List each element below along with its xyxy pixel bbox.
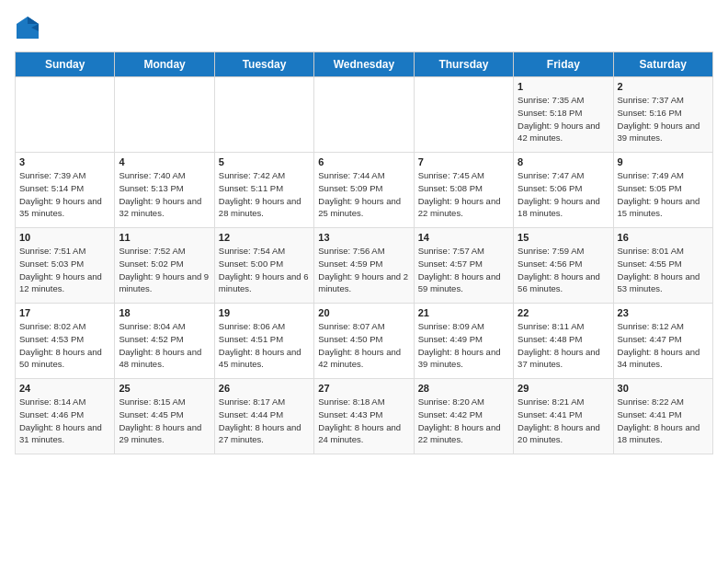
day-info: Sunrise: 7:47 AM Sunset: 5:06 PM Dayligh… <box>518 169 609 220</box>
calendar-cell: 10Sunrise: 7:51 AM Sunset: 5:03 PM Dayli… <box>16 228 115 304</box>
calendar-cell <box>414 77 513 153</box>
day-info: Sunrise: 7:40 AM Sunset: 5:13 PM Dayligh… <box>119 169 210 220</box>
calendar-week-4: 17Sunrise: 8:02 AM Sunset: 4:53 PM Dayli… <box>16 304 713 379</box>
calendar-cell: 6Sunrise: 7:44 AM Sunset: 5:09 PM Daylig… <box>314 153 414 228</box>
day-info: Sunrise: 8:22 AM Sunset: 4:41 PM Dayligh… <box>618 396 709 446</box>
calendar-week-1: 1Sunrise: 7:35 AM Sunset: 5:18 PM Daylig… <box>16 77 713 153</box>
calendar-cell: 13Sunrise: 7:56 AM Sunset: 4:59 PM Dayli… <box>314 228 414 304</box>
day-number: 5 <box>219 156 310 167</box>
day-info: Sunrise: 8:21 AM Sunset: 4:41 PM Dayligh… <box>518 396 609 446</box>
day-info: Sunrise: 8:14 AM Sunset: 4:46 PM Dayligh… <box>19 396 110 446</box>
col-header-tuesday: Tuesday <box>214 52 313 77</box>
calendar-cell: 8Sunrise: 7:47 AM Sunset: 5:06 PM Daylig… <box>514 153 613 228</box>
col-header-friday: Friday <box>514 52 613 77</box>
calendar-cell: 30Sunrise: 8:22 AM Sunset: 4:41 PM Dayli… <box>613 379 712 454</box>
calendar-week-3: 10Sunrise: 7:51 AM Sunset: 5:03 PM Dayli… <box>16 228 713 304</box>
day-info: Sunrise: 7:49 AM Sunset: 5:05 PM Dayligh… <box>618 169 709 220</box>
day-number: 10 <box>19 232 110 243</box>
calendar-cell: 29Sunrise: 8:21 AM Sunset: 4:41 PM Dayli… <box>514 379 613 454</box>
calendar-cell: 24Sunrise: 8:14 AM Sunset: 4:46 PM Dayli… <box>16 379 115 454</box>
day-info: Sunrise: 8:12 AM Sunset: 4:47 PM Dayligh… <box>618 320 709 371</box>
day-info: Sunrise: 8:02 AM Sunset: 4:53 PM Dayligh… <box>19 320 110 371</box>
day-number: 11 <box>119 232 210 243</box>
day-number: 25 <box>119 383 210 394</box>
col-header-monday: Monday <box>115 52 214 77</box>
day-number: 14 <box>418 232 509 243</box>
calendar-cell: 11Sunrise: 7:52 AM Sunset: 5:02 PM Dayli… <box>115 228 214 304</box>
day-info: Sunrise: 7:52 AM Sunset: 5:02 PM Dayligh… <box>119 245 210 295</box>
calendar-cell: 7Sunrise: 7:45 AM Sunset: 5:08 PM Daylig… <box>414 153 513 228</box>
day-number: 15 <box>518 232 609 243</box>
calendar-cell: 19Sunrise: 8:06 AM Sunset: 4:51 PM Dayli… <box>214 304 313 379</box>
calendar-cell: 27Sunrise: 8:18 AM Sunset: 4:43 PM Dayli… <box>314 379 414 454</box>
calendar-cell <box>214 77 313 153</box>
page-header <box>15 15 713 40</box>
calendar-header-row: SundayMondayTuesdayWednesdayThursdayFrid… <box>16 52 713 77</box>
day-info: Sunrise: 7:39 AM Sunset: 5:14 PM Dayligh… <box>19 169 110 220</box>
svg-marker-1 <box>28 17 39 24</box>
calendar-cell: 28Sunrise: 8:20 AM Sunset: 4:42 PM Dayli… <box>414 379 513 454</box>
calendar-cell: 18Sunrise: 8:04 AM Sunset: 4:52 PM Dayli… <box>115 304 214 379</box>
calendar-cell <box>16 77 115 153</box>
calendar-body: 1Sunrise: 7:35 AM Sunset: 5:18 PM Daylig… <box>16 77 713 454</box>
day-number: 8 <box>518 156 609 167</box>
day-info: Sunrise: 8:04 AM Sunset: 4:52 PM Dayligh… <box>119 320 210 371</box>
calendar-cell: 14Sunrise: 7:57 AM Sunset: 4:57 PM Dayli… <box>414 228 513 304</box>
calendar-cell: 4Sunrise: 7:40 AM Sunset: 5:13 PM Daylig… <box>115 153 214 228</box>
logo <box>15 15 44 40</box>
logo-icon <box>15 15 40 40</box>
day-info: Sunrise: 8:17 AM Sunset: 4:44 PM Dayligh… <box>219 396 310 446</box>
day-number: 3 <box>19 156 110 167</box>
calendar-cell: 15Sunrise: 7:59 AM Sunset: 4:56 PM Dayli… <box>514 228 613 304</box>
day-number: 16 <box>618 232 709 243</box>
day-number: 30 <box>618 383 709 394</box>
day-number: 28 <box>418 383 509 394</box>
day-number: 23 <box>618 307 709 318</box>
day-number: 7 <box>418 156 509 167</box>
day-number: 2 <box>618 81 709 92</box>
day-info: Sunrise: 8:18 AM Sunset: 4:43 PM Dayligh… <box>318 396 409 446</box>
day-number: 27 <box>318 383 409 394</box>
calendar-cell: 12Sunrise: 7:54 AM Sunset: 5:00 PM Dayli… <box>214 228 313 304</box>
calendar-cell: 23Sunrise: 8:12 AM Sunset: 4:47 PM Dayli… <box>613 304 712 379</box>
calendar-week-5: 24Sunrise: 8:14 AM Sunset: 4:46 PM Dayli… <box>16 379 713 454</box>
day-info: Sunrise: 7:35 AM Sunset: 5:18 PM Dayligh… <box>518 94 609 144</box>
day-number: 20 <box>318 307 409 318</box>
day-number: 17 <box>19 307 110 318</box>
calendar-cell: 17Sunrise: 8:02 AM Sunset: 4:53 PM Dayli… <box>16 304 115 379</box>
day-info: Sunrise: 7:45 AM Sunset: 5:08 PM Dayligh… <box>418 169 509 220</box>
day-info: Sunrise: 7:57 AM Sunset: 4:57 PM Dayligh… <box>418 245 509 295</box>
calendar-cell: 25Sunrise: 8:15 AM Sunset: 4:45 PM Dayli… <box>115 379 214 454</box>
day-number: 13 <box>318 232 409 243</box>
day-info: Sunrise: 8:11 AM Sunset: 4:48 PM Dayligh… <box>518 320 609 371</box>
day-number: 22 <box>518 307 609 318</box>
calendar-cell: 20Sunrise: 8:07 AM Sunset: 4:50 PM Dayli… <box>314 304 414 379</box>
day-info: Sunrise: 7:59 AM Sunset: 4:56 PM Dayligh… <box>518 245 609 295</box>
day-number: 29 <box>518 383 609 394</box>
day-info: Sunrise: 8:07 AM Sunset: 4:50 PM Dayligh… <box>318 320 409 371</box>
col-header-sunday: Sunday <box>16 52 115 77</box>
day-info: Sunrise: 7:37 AM Sunset: 5:16 PM Dayligh… <box>618 94 709 144</box>
day-info: Sunrise: 7:56 AM Sunset: 4:59 PM Dayligh… <box>318 245 409 295</box>
day-number: 4 <box>119 156 210 167</box>
calendar-cell: 5Sunrise: 7:42 AM Sunset: 5:11 PM Daylig… <box>214 153 313 228</box>
calendar-week-2: 3Sunrise: 7:39 AM Sunset: 5:14 PM Daylig… <box>16 153 713 228</box>
calendar-cell: 22Sunrise: 8:11 AM Sunset: 4:48 PM Dayli… <box>514 304 613 379</box>
day-info: Sunrise: 7:44 AM Sunset: 5:09 PM Dayligh… <box>318 169 409 220</box>
day-info: Sunrise: 8:06 AM Sunset: 4:51 PM Dayligh… <box>219 320 310 371</box>
calendar-cell <box>115 77 214 153</box>
calendar-cell: 1Sunrise: 7:35 AM Sunset: 5:18 PM Daylig… <box>514 77 613 153</box>
calendar-cell: 21Sunrise: 8:09 AM Sunset: 4:49 PM Dayli… <box>414 304 513 379</box>
day-number: 19 <box>219 307 310 318</box>
calendar-table: SundayMondayTuesdayWednesdayThursdayFrid… <box>15 52 713 454</box>
day-info: Sunrise: 8:01 AM Sunset: 4:55 PM Dayligh… <box>618 245 709 295</box>
day-info: Sunrise: 8:15 AM Sunset: 4:45 PM Dayligh… <box>119 396 210 446</box>
calendar-cell <box>314 77 414 153</box>
col-header-saturday: Saturday <box>613 52 712 77</box>
day-number: 9 <box>618 156 709 167</box>
calendar-cell: 9Sunrise: 7:49 AM Sunset: 5:05 PM Daylig… <box>613 153 712 228</box>
day-info: Sunrise: 7:51 AM Sunset: 5:03 PM Dayligh… <box>19 245 110 295</box>
col-header-wednesday: Wednesday <box>314 52 414 77</box>
day-number: 21 <box>418 307 509 318</box>
day-info: Sunrise: 7:42 AM Sunset: 5:11 PM Dayligh… <box>219 169 310 220</box>
